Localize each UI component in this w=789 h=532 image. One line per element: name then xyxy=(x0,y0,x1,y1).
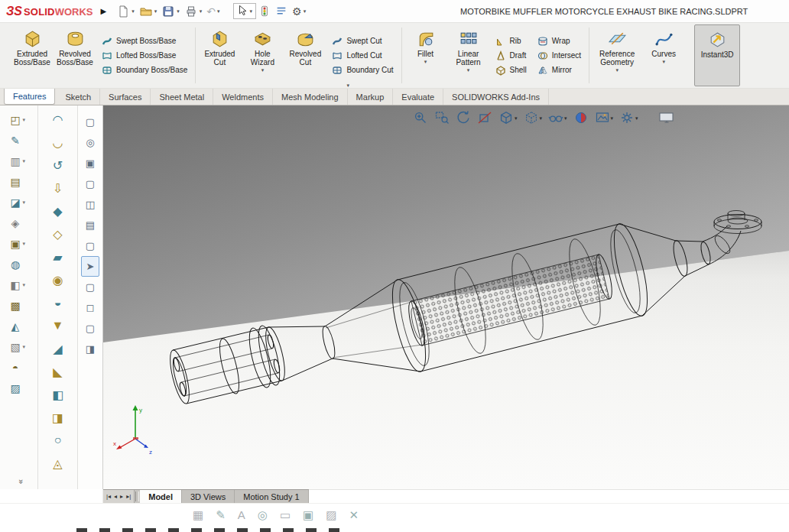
flyout-toolbar-button[interactable]: ▨ xyxy=(10,378,27,398)
flyout-toolbar-button[interactable]: ◪ ▾ xyxy=(10,192,27,212)
sheet-nav-arrow-icon[interactable]: ◂ xyxy=(113,493,118,500)
feature-toolbar-button[interactable]: ▼ xyxy=(52,314,64,337)
options-button[interactable]: ⚙ ▾ xyxy=(290,4,308,19)
sheet-nav-arrow-icon[interactable]: ▸| xyxy=(125,493,132,500)
view-tool-button[interactable]: ▢ xyxy=(81,277,99,297)
disabled-toolbar-icon[interactable]: ✎ xyxy=(216,508,226,522)
feature-toolbar-button[interactable]: ↺ xyxy=(53,154,63,177)
print-button[interactable]: ▾ xyxy=(182,3,205,20)
view-tool-button[interactable]: ▢ xyxy=(81,112,99,132)
linear-pattern-button[interactable]: Linear Pattern ▾ xyxy=(447,24,490,86)
more-commands-chevron-icon[interactable]: » xyxy=(11,479,27,484)
disabled-toolbar-icon[interactable]: ▨ xyxy=(326,508,336,522)
traffic-light-button[interactable] xyxy=(256,3,273,19)
flyout-toolbar-button[interactable]: ▧ ▾ xyxy=(10,336,27,357)
boundary-boss-base-button[interactable]: Boundary Boss/Base xyxy=(100,64,189,76)
swept-boss-base-button[interactable]: Swept Boss/Base xyxy=(100,35,189,47)
extruded-cut-button[interactable]: Extruded Cut xyxy=(198,24,241,86)
flyout-toolbar-button[interactable]: ◈ xyxy=(11,212,27,233)
extruded-boss-base-button[interactable]: Extruded Boss/Base xyxy=(11,24,54,86)
chevron-down-icon[interactable]: ▾ xyxy=(615,67,619,73)
curves-button[interactable]: Curves ▾ xyxy=(642,24,685,86)
select-tool-button[interactable]: ▾ xyxy=(233,3,257,19)
disabled-toolbar-icon[interactable]: ▦ xyxy=(193,508,203,522)
chevron-down-icon[interactable]: ▾ xyxy=(261,67,265,73)
flyout-toolbar-button[interactable]: ▤ xyxy=(10,171,27,192)
feature-toolbar-button[interactable]: ◉ xyxy=(53,268,63,291)
sheet-nav-arrow-icon[interactable]: |◂ xyxy=(106,493,112,500)
task-list-button[interactable] xyxy=(273,4,290,19)
flyout-toolbar-button[interactable]: ◭ xyxy=(11,316,27,336)
command-tab[interactable]: Mesh Modeling xyxy=(273,89,348,105)
view-settings-icon[interactable]: ▾ xyxy=(619,110,638,125)
save-button[interactable]: ▾ xyxy=(159,3,182,20)
mirror-button[interactable]: Mirror xyxy=(536,64,583,76)
command-tab[interactable]: Surfaces xyxy=(100,89,151,105)
feature-toolbar-button[interactable]: ◆ xyxy=(53,200,62,222)
lofted-cut-button[interactable]: Lofted Cut xyxy=(330,50,394,62)
revolved-cut-button[interactable]: Revolved Cut xyxy=(284,24,326,86)
command-tab[interactable]: Evaluate xyxy=(393,89,443,105)
chevron-down-icon[interactable]: ▾ xyxy=(540,115,543,121)
feature-toolbar-button[interactable]: ○ xyxy=(54,429,62,452)
disabled-toolbar-icon[interactable]: ◎ xyxy=(258,508,268,522)
view-tool-button[interactable]: ▣ xyxy=(81,153,99,174)
view-orientation-icon[interactable]: ▾ xyxy=(498,110,518,125)
command-tab[interactable]: Weldments xyxy=(213,89,273,105)
flyout-toolbar-button[interactable]: ◓ xyxy=(12,357,25,378)
model-view-tab[interactable]: Model xyxy=(140,490,182,503)
view-tool-button[interactable]: ➤ xyxy=(81,256,99,277)
flyout-toolbar-button[interactable]: ▩ xyxy=(10,295,27,316)
chevron-down-icon[interactable]: ▾ xyxy=(662,59,665,64)
lofted-boss-base-button[interactable]: Lofted Boss/Base xyxy=(100,50,189,62)
flyout-toolbar-button[interactable]: ✎ xyxy=(11,130,27,151)
swept-cut-button[interactable]: Swept Cut xyxy=(330,35,394,47)
tab-splitter-handle[interactable] xyxy=(135,491,139,501)
zoom-to-fit-icon[interactable] xyxy=(413,110,428,125)
feature-toolbar-button[interactable]: ▰ xyxy=(53,245,62,268)
graphics-viewport[interactable]: ▾ ▾ ▾ ▾ ▾ y x z xyxy=(103,105,789,489)
model-view-tab[interactable]: Motion Study 1 xyxy=(235,490,308,503)
command-tab[interactable]: Features xyxy=(4,89,55,105)
chevron-down-icon[interactable]: ▾ xyxy=(346,83,349,88)
disabled-toolbar-icon[interactable]: ▭ xyxy=(280,508,291,522)
feature-toolbar-button[interactable]: ⇩ xyxy=(53,177,63,200)
display-style-icon[interactable]: ▾ xyxy=(524,110,543,125)
disabled-toolbar-icon[interactable]: ▣ xyxy=(303,508,313,522)
feature-toolbar-button[interactable]: ◧ xyxy=(52,383,63,406)
view-tool-button[interactable]: ▢ xyxy=(81,318,99,339)
zoom-to-area-icon[interactable] xyxy=(434,110,450,125)
intersect-button[interactable]: Intersect xyxy=(536,50,583,62)
view-tool-button[interactable]: ◻ xyxy=(81,297,99,318)
model-view-tab[interactable]: 3D Views xyxy=(182,490,235,503)
chevron-down-icon[interactable]: ▾ xyxy=(515,115,518,121)
command-tab[interactable]: Markup xyxy=(348,89,394,105)
reference-geometry-button[interactable]: Reference Geometry ▾ xyxy=(592,24,642,86)
flyout-toolbar-button[interactable]: ◧ ▾ xyxy=(10,274,27,295)
undo-button[interactable]: ↶ ▾ xyxy=(204,4,222,19)
feature-toolbar-button[interactable]: ◬ xyxy=(53,452,62,475)
sheet-nav-arrow-icon[interactable]: ▸ xyxy=(119,493,124,500)
open-button[interactable]: ▾ xyxy=(137,3,160,20)
chevron-down-icon[interactable]: ▾ xyxy=(564,115,567,121)
apply-scene-icon[interactable]: ▾ xyxy=(595,110,614,125)
hide-show-items-icon[interactable]: ▾ xyxy=(548,110,567,125)
feature-toolbar-button[interactable]: ◨ xyxy=(52,406,63,429)
view-tool-button[interactable]: ▢ xyxy=(81,235,99,256)
shell-button[interactable]: Shell xyxy=(494,64,528,76)
rib-button[interactable]: Rib xyxy=(494,35,528,47)
command-tab[interactable]: Sketch xyxy=(57,89,100,105)
feature-toolbar-button[interactable]: ◠ xyxy=(53,108,63,131)
disabled-toolbar-icon[interactable]: ✕ xyxy=(349,508,359,522)
view-tool-button[interactable]: ◫ xyxy=(81,194,99,215)
hole-wizard-button[interactable]: Hole Wizard ▾ xyxy=(241,24,284,86)
feature-toolbar-button[interactable]: ◣ xyxy=(53,360,62,383)
feature-toolbar-button[interactable]: ◒ xyxy=(54,291,62,314)
view-tool-button[interactable]: ▢ xyxy=(81,174,99,194)
chevron-down-icon[interactable]: ▾ xyxy=(611,115,614,121)
boundary-cut-button[interactable]: Boundary Cut xyxy=(330,64,394,76)
new-document-button[interactable]: ▾ xyxy=(114,3,137,20)
chevron-down-icon[interactable]: ▾ xyxy=(467,67,470,73)
flyout-toolbar-button[interactable]: ◍ xyxy=(11,254,27,274)
section-view-icon[interactable] xyxy=(477,110,492,125)
